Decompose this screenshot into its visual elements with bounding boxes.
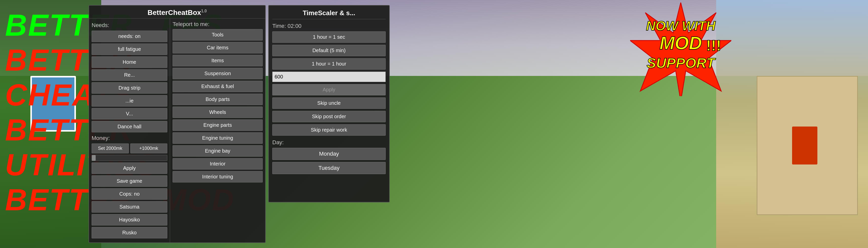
reppajarvi-btn[interactable]: Re...	[92, 69, 167, 81]
interior-tuning-btn[interactable]: Interior tuning	[173, 171, 263, 182]
wheels-btn[interactable]: Wheels	[173, 106, 263, 118]
engine-parts-btn[interactable]: Engine parts	[173, 119, 263, 131]
home-btn[interactable]: Home	[92, 56, 167, 68]
set-2000mk-btn[interactable]: Set 2000mk	[92, 144, 129, 153]
money-row: Set 2000mk +1000mk	[92, 144, 167, 153]
starburst-svg: NOW WITH MOD SUPPORT !!!	[630, 0, 731, 96]
engine-tuning-btn[interactable]: Engine tuning	[173, 132, 263, 144]
exhaust-fuel-btn[interactable]: Exhaust & fuel	[173, 81, 263, 92]
interior-btn[interactable]: Interior	[173, 158, 263, 169]
hayosiko-btn[interactable]: Hayosiko	[92, 214, 167, 225]
panel-content: Needs: needs: on full fatigue Home Re...…	[89, 19, 265, 242]
apply-btn[interactable]: Apply	[92, 162, 167, 174]
satsuma-btn[interactable]: Satsuma	[92, 201, 167, 213]
cops-status-btn[interactable]: Cops: no	[92, 188, 167, 200]
starburst-exclaim-text: !!!	[706, 37, 721, 54]
add-1000mk-btn[interactable]: +1000mk	[130, 144, 167, 153]
v-btn[interactable]: V...	[92, 108, 167, 119]
timescaler-panel: TimeScaler & s... Time: 02:00 1 hour = 1…	[268, 5, 390, 203]
tuesday-btn[interactable]: Tuesday	[272, 162, 386, 174]
time-display: Time: 02:00	[272, 23, 386, 29]
money-label: Money:	[92, 135, 167, 142]
full-fatigue-btn[interactable]: full fatigue	[92, 43, 167, 55]
skip-repair-work-btn[interactable]: Skip repair work	[272, 124, 386, 136]
teleport-label: Teleport to me:	[173, 21, 263, 28]
starburst-line3-text: SUPPORT	[647, 55, 716, 71]
apply-time-btn[interactable]: Apply	[272, 84, 386, 95]
cheatbox-title-text: BetterCheatBox	[148, 9, 201, 17]
mailbox	[792, 127, 817, 164]
items-btn[interactable]: Items	[173, 55, 263, 66]
engine-bay-btn[interactable]: Engine bay	[173, 145, 263, 157]
needs-status-btn[interactable]: needs: on	[92, 31, 167, 42]
body-parts-btn[interactable]: Body parts	[173, 94, 263, 105]
starburst-line2-text: MOD	[659, 33, 702, 53]
dance-hall-btn[interactable]: Dance hall	[92, 121, 167, 132]
russko-btn[interactable]: Rusko	[92, 227, 167, 238]
panel-right: Teleport to me: Tools Car items Items Su…	[170, 19, 265, 242]
money-slider-fill	[92, 155, 96, 161]
cheatbox-panel: BetterCheatBox1.0 Needs: needs: on full …	[89, 5, 266, 243]
panel-left: Needs: needs: on full fatigue Home Re...…	[89, 19, 170, 242]
hour-sec-btn[interactable]: 1 hour = 1 sec	[272, 31, 386, 43]
monday-btn[interactable]: Monday	[272, 148, 386, 160]
custom-time-input[interactable]	[272, 72, 386, 82]
money-slider-container	[92, 155, 167, 161]
starburst: NOW WITH MOD SUPPORT !!!	[630, 0, 726, 91]
day-label: Day:	[272, 139, 386, 146]
starburst-line1-text: NOW WITH	[646, 19, 716, 33]
needs-label: Needs:	[92, 22, 167, 29]
skip-post-order-btn[interactable]: Skip post order	[272, 111, 386, 122]
skip-uncle-btn[interactable]: Skip uncle	[272, 97, 386, 109]
suspension-btn[interactable]: Suspension	[173, 68, 263, 79]
cheatbox-version: 1.0	[201, 9, 207, 13]
money-slider-track[interactable]	[92, 155, 167, 161]
road-sign	[30, 76, 76, 132]
drag-strip-btn[interactable]: Drag strip	[92, 82, 167, 94]
car-items-btn[interactable]: Car items	[173, 42, 263, 53]
timescaler-title: TimeScaler & s...	[272, 9, 386, 19]
cheatbox-title: BetterCheatBox1.0	[89, 6, 265, 19]
ie-btn[interactable]: ...ie	[92, 95, 167, 106]
save-game-btn[interactable]: Save game	[92, 175, 167, 187]
hour-hour-btn[interactable]: 1 hour = 1 hour	[272, 58, 386, 70]
tools-btn[interactable]: Tools	[173, 29, 263, 40]
default-5min-btn[interactable]: Default (5 min)	[272, 45, 386, 56]
